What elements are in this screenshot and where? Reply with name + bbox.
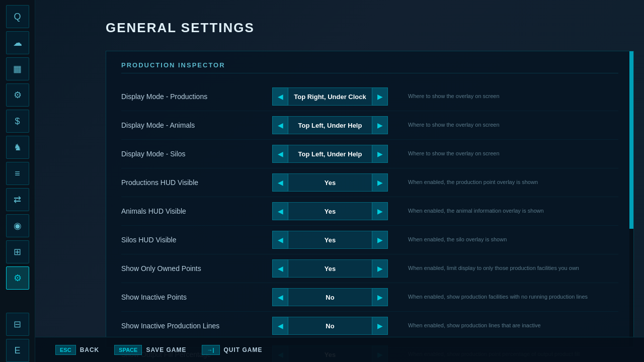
- selector-animals-hud-visible: ◀ Yes ▶: [272, 202, 388, 220]
- arrow-left-icon: ◀: [278, 293, 283, 301]
- selector-show-inactive-production-lines: ◀ No ▶: [272, 317, 388, 335]
- selector-next-display-mode-silos[interactable]: ▶: [372, 145, 388, 163]
- selector-value-show-inactive-production-lines: No: [288, 317, 372, 335]
- selector-value-animals-hud-visible: Yes: [288, 202, 372, 220]
- arrow-right-icon: ▶: [377, 121, 383, 129]
- setting-row-productions-hud-visible: Productions HUD Visible ◀ Yes ▶ When ena…: [121, 168, 618, 197]
- arrow-left-icon: ◀: [278, 121, 283, 129]
- selector-next-show-inactive-production-lines[interactable]: ▶: [372, 317, 388, 335]
- selector-value-show-only-owned-points: Yes: [288, 259, 372, 278]
- arrow-left-icon: ◀: [278, 264, 283, 273]
- selector-prev-display-mode-silos[interactable]: ◀: [272, 145, 288, 163]
- setting-label-display-mode-productions: Display Mode - Productions: [121, 93, 272, 101]
- q-icon: Q: [14, 12, 21, 22]
- setting-desc-display-mode-silos: Where to show the overlay on screen: [388, 150, 618, 157]
- selector-next-silos-hud-visible[interactable]: ▶: [372, 231, 388, 249]
- quit-game-label: QUIT GAME: [224, 346, 263, 353]
- sidebar-item-money[interactable]: $: [6, 110, 29, 133]
- selector-prev-show-inactive-production-lines[interactable]: ◀: [272, 317, 288, 335]
- section-title: PRODUCTION INSPECTOR: [121, 61, 618, 73]
- save-game-button[interactable]: SPACE SAVE GAME: [114, 345, 186, 355]
- e-icon: E: [14, 345, 20, 356]
- selector-prev-show-only-owned-points[interactable]: ◀: [272, 259, 288, 278]
- back-button[interactable]: ESC BACK: [55, 345, 99, 355]
- selector-show-inactive-points: ◀ No ▶: [272, 288, 388, 306]
- setting-row-display-mode-animals: Display Mode - Animals ◀ Top Left, Under…: [121, 111, 618, 140]
- setting-desc-display-mode-animals: Where to show the overlay on screen: [388, 121, 618, 129]
- setting-desc-show-inactive-points: When enabled, show production facilities…: [388, 293, 618, 301]
- selector-next-productions-hud-visible[interactable]: ▶: [372, 173, 388, 192]
- arrow-left-icon: ◀: [278, 322, 283, 330]
- sidebar-item-network[interactable]: ⊟: [6, 313, 29, 336]
- sidebar-item-production[interactable]: ⇄: [6, 188, 29, 211]
- scrollbar[interactable]: [629, 51, 633, 347]
- arrow-left-icon: ◀: [278, 236, 283, 244]
- sidebar-item-camera[interactable]: ◉: [6, 214, 29, 237]
- setting-desc-show-only-owned-points: When enabled, limit display to only thos…: [388, 264, 618, 272]
- selector-value-silos-hud-visible: Yes: [288, 231, 372, 249]
- selector-display-mode-silos: ◀ Top Left, Under Help ▶: [272, 145, 388, 163]
- money-icon: $: [15, 116, 20, 127]
- setting-label-show-inactive-production-lines: Show Inactive Production Lines: [121, 322, 272, 330]
- selector-prev-silos-hud-visible[interactable]: ◀: [272, 231, 288, 249]
- esc-key-badge: ESC: [55, 345, 76, 355]
- arrow-left-icon: ◀: [278, 150, 283, 158]
- selector-productions-hud-visible: ◀ Yes ▶: [272, 173, 388, 192]
- sidebar-item-animals[interactable]: ♞: [6, 136, 29, 159]
- selector-silos-hud-visible: ◀ Yes ▶: [272, 231, 388, 249]
- animals-icon: ♞: [14, 142, 22, 153]
- selector-display-mode-productions: ◀ Top Right, Under Clock ▶: [272, 87, 388, 106]
- arrow-right-icon: ▶: [377, 150, 383, 158]
- selector-display-mode-animals: ◀ Top Left, Under Help ▶: [272, 116, 388, 134]
- selector-next-show-inactive-points[interactable]: ▶: [372, 288, 388, 306]
- sidebar-item-settings[interactable]: ⚙: [6, 266, 29, 290]
- selector-next-display-mode-animals[interactable]: ▶: [372, 116, 388, 134]
- setting-row-show-inactive-points: Show Inactive Points ◀ No ▶ When enabled…: [121, 283, 618, 312]
- sidebar-item-e[interactable]: E: [6, 339, 29, 362]
- selector-prev-display-mode-animals[interactable]: ◀: [272, 116, 288, 134]
- sidebar-item-q[interactable]: Q: [6, 5, 29, 28]
- sidebar-item-stats[interactable]: ▦: [6, 57, 29, 80]
- sidebar-item-weather[interactable]: ☁: [6, 31, 29, 54]
- selector-prev-display-mode-productions[interactable]: ◀: [272, 87, 288, 106]
- bottom-bar: ESC BACK SPACE SAVE GAME →| QUIT GAME: [35, 337, 644, 362]
- arrow-left-icon: ◀: [278, 178, 283, 187]
- arrow-right-icon: ▶: [377, 178, 383, 187]
- scrollbar-thumb[interactable]: [629, 51, 633, 229]
- setting-row-display-mode-productions: Display Mode - Productions ◀ Top Right, …: [121, 82, 618, 111]
- arrow-right-icon: ▶: [377, 264, 383, 273]
- save-game-label: SAVE GAME: [146, 346, 186, 353]
- selector-prev-animals-hud-visible[interactable]: ◀: [272, 202, 288, 220]
- selector-value-productions-hud-visible: Yes: [288, 173, 372, 192]
- selector-value-show-inactive-points: No: [288, 288, 372, 306]
- arrow-left-icon: ◀: [278, 93, 283, 101]
- setting-label-display-mode-animals: Display Mode - Animals: [121, 121, 272, 129]
- setting-desc-silos-hud-visible: When enabled, the silo overlay is shown: [388, 236, 618, 243]
- arrow-right-icon: ▶: [377, 207, 383, 215]
- setting-row-silos-hud-visible: Silos HUD Visible ◀ Yes ▶ When enabled, …: [121, 226, 618, 254]
- arrow-right-icon: ▶: [377, 322, 383, 330]
- arrow-right-icon: ▶: [377, 93, 383, 101]
- quit-game-button[interactable]: →| QUIT GAME: [202, 345, 263, 355]
- sidebar-item-vehicles[interactable]: ⊞: [6, 240, 29, 263]
- selector-next-animals-hud-visible[interactable]: ▶: [372, 202, 388, 220]
- setting-label-silos-hud-visible: Silos HUD Visible: [121, 236, 272, 244]
- arrow-right-icon: ▶: [377, 293, 383, 301]
- tractor-icon: ⚙: [14, 89, 22, 101]
- setting-row-animals-hud-visible: Animals HUD Visible ◀ Yes ▶ When enabled…: [121, 197, 618, 226]
- selector-prev-show-inactive-points[interactable]: ◀: [272, 288, 288, 306]
- selector-value-display-mode-animals: Top Left, Under Help: [288, 116, 372, 134]
- setting-label-animals-hud-visible: Animals HUD Visible: [121, 207, 272, 215]
- sidebar-item-farm[interactable]: ⚙: [6, 83, 29, 107]
- setting-row-display-mode-silos: Display Mode - Silos ◀ Top Left, Under H…: [121, 140, 618, 168]
- setting-row-show-inactive-production-lines: Show Inactive Production Lines ◀ No ▶ Wh…: [121, 312, 618, 340]
- contracts-icon: ≡: [15, 168, 20, 179]
- selector-next-show-only-owned-points[interactable]: ▶: [372, 259, 388, 278]
- space-key-badge: SPACE: [114, 345, 142, 355]
- vehicles-icon: ⊞: [14, 246, 21, 257]
- setting-desc-show-inactive-production-lines: When enabled, show production lines that…: [388, 322, 618, 329]
- sidebar-item-contracts[interactable]: ≡: [6, 162, 29, 185]
- selector-next-display-mode-productions[interactable]: ▶: [372, 87, 388, 106]
- back-label: BACK: [80, 346, 100, 353]
- selector-prev-productions-hud-visible[interactable]: ◀: [272, 173, 288, 192]
